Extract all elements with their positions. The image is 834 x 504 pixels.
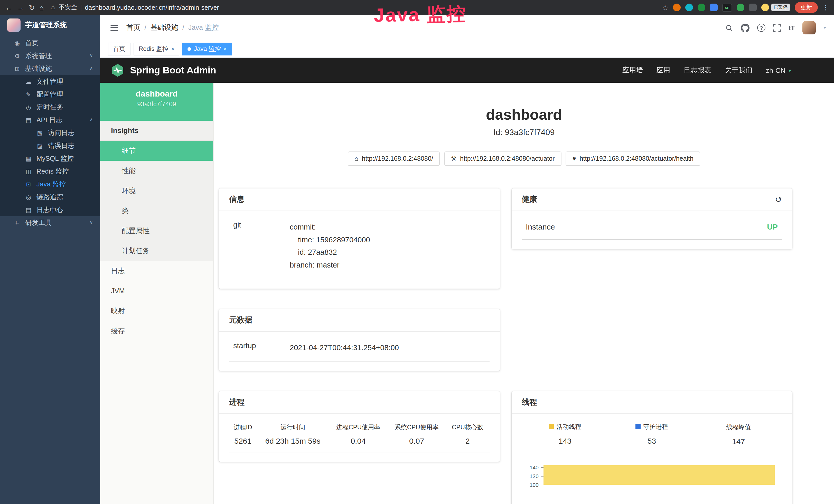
- sba-item-environment[interactable]: 环境: [100, 181, 213, 201]
- process-header-cpus: CPU核心数: [446, 419, 489, 433]
- browser-extension-icon-3[interactable]: [698, 4, 705, 11]
- sba-nav: 应用墙 应用 日志报表 关于我们 zh-CN ▾: [622, 66, 791, 75]
- url-text[interactable]: dashboard.yudao.iocoder.cn/infra/admin-s…: [85, 4, 219, 11]
- sidebar-item-label: 研发工具: [25, 219, 52, 226]
- eye-icon: ◎: [25, 191, 32, 204]
- sidebar-item-java-monitor[interactable]: ⊡Java 监控: [0, 178, 100, 190]
- instance-home-link[interactable]: ⌂ http://192.168.0.2:48080/: [348, 152, 440, 166]
- sba-item-scheduled-tasks[interactable]: 计划任务: [100, 241, 213, 261]
- sba-item-mappings[interactable]: 映射: [100, 301, 213, 321]
- help-icon[interactable]: ?: [757, 24, 765, 32]
- threads-chart-plot: [543, 463, 775, 504]
- app-logo-row[interactable]: 芋道管理系统: [0, 15, 100, 36]
- sba-nav-applications[interactable]: 应用: [656, 66, 670, 75]
- security-label: 不安全: [59, 3, 77, 12]
- breadcrumb-infrastructure[interactable]: 基础设施: [151, 23, 178, 32]
- browser-extension-icon-2[interactable]: [685, 4, 693, 11]
- sidebar-item-mysql-monitor[interactable]: ▦MySQL 监控: [0, 152, 100, 165]
- locale-selector[interactable]: zh-CN ▾: [766, 67, 791, 74]
- sba-item-classes[interactable]: 类: [100, 201, 213, 221]
- sidebar-item-label: 日志中心: [37, 206, 63, 214]
- process-card-body: 进程ID 运行时间 进程CPU使用率 系统CPU使用率 CPU核心数 5261 …: [219, 414, 500, 462]
- sba-instance-block[interactable]: dashboard 93a3fc7f7409: [100, 83, 213, 121]
- sba-brand-label: Spring Boot Admin: [130, 65, 216, 76]
- tab-java-monitor[interactable]: Java 监控 ×: [183, 43, 232, 55]
- document-icon: ▤: [25, 114, 32, 127]
- forward-icon[interactable]: →: [17, 4, 24, 11]
- history-icon[interactable]: ↺: [775, 196, 782, 204]
- sidebar-item-api-logs[interactable]: ▤API 日志 ∧: [0, 113, 100, 126]
- tab-paused-indicator[interactable]: 已暂停: [761, 4, 790, 11]
- github-icon[interactable]: [741, 23, 749, 32]
- instance-subtitle: Id: 93a3fc7f7409: [214, 128, 834, 137]
- sidebar-item-config-management[interactable]: ✎配置管理: [0, 88, 100, 101]
- app: 芋道管理系统 ◉首页 ⚙系统管理 ∨ ⊞基础设施 ∧ ☁文件管理 ✎配: [0, 15, 834, 504]
- actuator-link[interactable]: ⚒ http://192.168.0.2:48080/actuator: [444, 152, 561, 166]
- fullscreen-icon[interactable]: [773, 24, 781, 31]
- smiley-icon: [761, 4, 769, 11]
- card-title: 健康: [522, 194, 537, 204]
- sidebar-item-error-logs[interactable]: ▨错误日志: [0, 139, 100, 152]
- y-tick-100: 100: [530, 482, 539, 488]
- home-icon[interactable]: ⌂: [39, 4, 44, 11]
- font-size-icon[interactable]: tT: [789, 24, 795, 31]
- main-column: 首页 / 基础设施 / Java 监控 ?: [100, 15, 834, 504]
- tab-home[interactable]: 首页: [108, 43, 130, 55]
- sba-brand[interactable]: Spring Boot Admin: [110, 63, 216, 77]
- sba-nav-about[interactable]: 关于我们: [725, 66, 752, 75]
- sidebar-item-home[interactable]: ◉首页: [0, 37, 100, 49]
- sba-instance-name: dashboard: [100, 89, 213, 98]
- legend-live-threads: 活动线程 143: [522, 422, 609, 446]
- hamburger-icon[interactable]: [110, 25, 118, 31]
- update-button[interactable]: 更新: [795, 2, 818, 13]
- sba-item-logs[interactable]: 日志: [100, 261, 213, 281]
- sba-item-jvm[interactable]: JVM: [100, 281, 213, 301]
- sidebar-item-scheduled-jobs[interactable]: ◷定时任务: [0, 101, 100, 113]
- legend-label-text: 活动线程: [556, 422, 581, 431]
- sba-nav-wallboard[interactable]: 应用墙: [622, 66, 643, 75]
- browser-extension-icon-1[interactable]: [673, 4, 681, 11]
- sidebar-item-trace[interactable]: ◎链路追踪: [0, 190, 100, 203]
- sba-item-config-props[interactable]: 配置属性: [100, 221, 213, 241]
- sba-item-details[interactable]: 细节: [100, 141, 213, 161]
- sidebar-item-log-center[interactable]: ▤日志中心: [0, 203, 100, 216]
- extensions-puzzle-icon[interactable]: [749, 4, 757, 11]
- locale-label: zh-CN: [766, 67, 786, 74]
- sidebar-item-infrastructure[interactable]: ⊞基础设施 ∧: [0, 62, 100, 75]
- user-avatar[interactable]: [803, 21, 816, 35]
- sidebar-item-system-management[interactable]: ⚙系统管理 ∨: [0, 49, 100, 62]
- sba-item-caches[interactable]: 缓存: [100, 321, 213, 341]
- process-header-pid: 进程ID: [229, 419, 257, 433]
- breadcrumb-home[interactable]: 首页: [126, 23, 140, 32]
- search-icon[interactable]: [725, 24, 733, 31]
- sba-item-performance[interactable]: 性能: [100, 161, 213, 181]
- health-instance-row[interactable]: Instance UP: [522, 214, 782, 240]
- address-bar[interactable]: ⚠ 不安全 | dashboard.yudao.iocoder.cn/infra…: [50, 3, 219, 12]
- sidebar-item-dev-tools[interactable]: ⌗研发工具 ∨: [0, 216, 100, 229]
- sba-nav-journal[interactable]: 日志报表: [683, 66, 711, 75]
- grid-icon: ⊞: [13, 63, 21, 75]
- sidebar-item-label: 首页: [25, 39, 39, 47]
- sidebar-item-redis-monitor[interactable]: ◫Redis 监控: [0, 165, 100, 178]
- process-header-system-cpu: 系统CPU使用率: [387, 419, 446, 433]
- viewport: ← → ↻ ⌂ ⚠ 不安全 | dashboard.yudao.iocoder.…: [0, 0, 834, 504]
- bookmark-star-icon[interactable]: ☆: [662, 3, 668, 12]
- close-icon[interactable]: ×: [171, 46, 174, 52]
- browser-extension-icon-5[interactable]: [737, 4, 744, 11]
- sba-insights-section: Insights 细节 性能 环境 类 配置属性 计划任务: [100, 121, 213, 261]
- sidebar-item-access-logs[interactable]: ▧访问日志: [0, 126, 100, 139]
- access-log-icon: ▧: [36, 127, 44, 140]
- close-icon[interactable]: ×: [223, 46, 227, 52]
- threads-card: 线程 活动线程 143: [511, 391, 792, 504]
- avatar-caret-icon[interactable]: ▾: [824, 25, 826, 30]
- tab-redis-monitor[interactable]: Redis 监控 ×: [134, 43, 179, 55]
- card-title: 信息: [229, 194, 244, 204]
- breadcrumb-current: Java 监控: [188, 23, 219, 32]
- sidebar-item-file-management[interactable]: ☁文件管理: [0, 75, 100, 88]
- back-icon[interactable]: ←: [5, 4, 12, 11]
- browser-menu-icon[interactable]: ⋮: [822, 4, 829, 11]
- browser-extension-icon-4[interactable]: [710, 4, 718, 11]
- extension-on-icon[interactable]: on: [722, 3, 732, 12]
- reload-icon[interactable]: ↻: [29, 4, 35, 11]
- health-link[interactable]: ♥ http://192.168.0.2:48080/actuator/heal…: [566, 152, 700, 166]
